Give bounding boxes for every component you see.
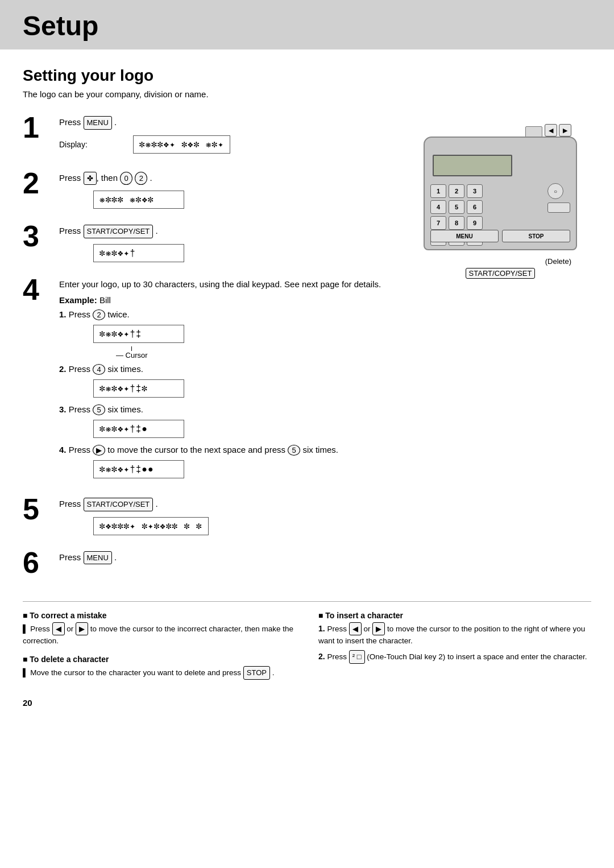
start-copy-set-key-5[interactable]: START/COPY/SET: [84, 498, 154, 511]
device-diagram: ◀ ▶ 1 2 3 4 5 6 7 8: [409, 124, 591, 279]
key-0[interactable]: 0: [120, 172, 132, 185]
step-1-text: Press MENU .: [59, 116, 392, 130]
stop-device-btn[interactable]: STOP: [502, 230, 570, 242]
step-6: 6 Press MENU .: [23, 548, 392, 577]
key-2-example[interactable]: 2: [93, 309, 105, 320]
display-box-3: ✼❋✼❖✦†: [93, 244, 184, 262]
step-2: 2 Press ✤, then 0 2 . ❋✼✼✼ ❋✼❖✼: [23, 168, 392, 212]
sub-step-num-4: 4.: [59, 445, 67, 454]
hash-key[interactable]: ✤: [84, 172, 97, 185]
key-5-example[interactable]: 5: [93, 404, 105, 415]
kp-5[interactable]: 5: [449, 200, 464, 214]
left-arrow-key-c[interactable]: ◀: [52, 622, 65, 636]
step-3-text: Press START/COPY/SET .: [59, 225, 392, 238]
sub-step-num-1: 1.: [59, 309, 67, 319]
page-number: 20: [23, 698, 591, 708]
kp-7[interactable]: 7: [430, 216, 446, 230]
help-delete-prefix: ■: [23, 655, 30, 664]
kp-8[interactable]: 8: [449, 216, 464, 230]
menu-key-6[interactable]: MENU: [84, 551, 112, 565]
kp-4[interactable]: 4: [430, 200, 446, 214]
step-6-text: Press MENU .: [59, 551, 392, 565]
start-copy-set-key-3[interactable]: START/COPY/SET: [84, 225, 154, 238]
help-correct-text: ▌ Press ◀ or ▶ to move the cursor to the…: [23, 622, 296, 647]
step-5-text: Press START/COPY/SET .: [59, 498, 392, 511]
one-touch-key[interactable]: ² □: [349, 650, 365, 664]
kp-2[interactable]: 2: [449, 184, 464, 198]
kp-9[interactable]: 9: [467, 216, 483, 230]
steps-column: 1 Press MENU . Display: ✼❋✼✼❖✦ ✼❖✼ ❋✼✦ 2: [23, 113, 392, 588]
display-box-4d: ✼❋✼❖✦†‡●●: [93, 460, 184, 478]
step-6-content: Press MENU .: [59, 548, 392, 568]
sub-step-num-2: 2.: [59, 364, 67, 374]
step-5: 5 Press START/COPY/SET . ✼❖✼✼✼✦ ✼✦✼❖✼✼ ✼…: [23, 494, 392, 538]
display-box-1: ✼❋✼✼❖✦ ✼❖✼ ❋✼✦: [133, 135, 230, 154]
sub-step-4-3: 3. Press 5 six times.: [59, 404, 392, 415]
help-insert-title: ■ To insert a character: [318, 611, 591, 620]
key-5-example-2[interactable]: 5: [288, 445, 300, 456]
device-delete-label: (Delete): [424, 257, 577, 266]
step-4-content: Enter your logo, up to 30 characters, us…: [59, 275, 392, 485]
display-box-4a: ✼❋✼❖✦†‡: [93, 325, 184, 343]
right-arrow-key-i[interactable]: ▶: [372, 622, 385, 636]
help-col-right: ■ To insert a character 1. Press ◀ or ▶ …: [318, 611, 591, 688]
stop-key-help[interactable]: STOP: [243, 666, 270, 680]
menu-device-btn[interactable]: MENU: [430, 230, 499, 242]
key-right-example[interactable]: ▶: [93, 445, 105, 456]
help-delete-text: ▌ Move the cursor to the character you w…: [23, 666, 296, 680]
display-box-5: ✼❖✼✼✼✦ ✼✦✼❖✼✼ ✼ ✼: [93, 517, 209, 535]
step-1-display-row: Display: ✼❋✼✼❖✦ ✼❖✼ ❋✼✦: [59, 133, 392, 156]
section-title: Setting your logo: [23, 67, 591, 85]
step-3-number: 3: [23, 221, 50, 251]
device-display: [433, 155, 512, 176]
main-content: Setting your logo The logo can be your c…: [0, 49, 614, 725]
device-column: ◀ ▶ 1 2 3 4 5 6 7 8: [409, 113, 591, 588]
nav-left-btn[interactable]: ◀: [545, 124, 557, 137]
sub-step-4-4: 4. Press ▶ to move the cursor to the nex…: [59, 445, 392, 456]
cursor-label: — Cursor: [116, 351, 148, 359]
kp-3[interactable]: 3: [467, 184, 483, 198]
help-correct-title: ■ To correct a mistake: [23, 611, 296, 620]
help-delete-title: ■ To delete a character: [23, 655, 296, 664]
step-6-number: 6: [23, 548, 50, 577]
display-label-1: Display:: [59, 140, 93, 149]
help-delete-label: To delete a character: [30, 655, 109, 664]
menu-key-1[interactable]: MENU: [84, 116, 112, 130]
example-value: Bill: [99, 295, 111, 305]
key-4-example[interactable]: 4: [93, 364, 105, 375]
step-3-content: Press START/COPY/SET . ✼❋✼❖✦†: [59, 221, 392, 264]
step-5-content: Press START/COPY/SET . ✼❖✼✼✼✦ ✼✦✼❖✼✼ ✼ ✼: [59, 494, 392, 538]
kp-1[interactable]: 1: [430, 184, 446, 198]
display-box-4c: ✼❋✼❖✦†‡●: [93, 420, 184, 438]
device-bottom: MENU STOP: [430, 230, 570, 242]
start-copy-set-device: START/COPY/SET: [466, 268, 536, 279]
step-1: 1 Press MENU . Display: ✼❋✼✼❖✦ ✼❖✼ ❋✼✦: [23, 113, 392, 158]
step-5-number: 5: [23, 494, 50, 524]
help-col-left: ■ To correct a mistake ▌ Press ◀ or ▶ to…: [23, 611, 296, 688]
sub-step-4-1: 1. Press 2 twice.: [59, 309, 392, 320]
or-label: or: [363, 625, 370, 633]
right-arrow-key-c[interactable]: ▶: [76, 622, 88, 636]
key-2[interactable]: 2: [135, 172, 147, 185]
device-circle-btn[interactable]: ○: [547, 183, 563, 199]
device-side-btn[interactable]: [547, 202, 570, 213]
step-2-number: 2: [23, 168, 50, 198]
nav-right-btn[interactable]: ▶: [559, 124, 571, 137]
step-4-number: 4: [23, 275, 50, 304]
kp-6[interactable]: 6: [467, 200, 483, 214]
example-section: Example: Bill 1. Press 2 twice. ✼❋✼❖✦†‡: [59, 295, 392, 481]
help-section: ■ To correct a mistake ▌ Press ◀ or ▶ to…: [23, 611, 591, 688]
help-insert-prefix: ■: [318, 611, 325, 620]
help-delete: ■ To delete a character ▌ Move the curso…: [23, 655, 296, 680]
left-arrow-key-i[interactable]: ◀: [349, 622, 362, 636]
help-correct-prefix: ■: [23, 611, 30, 620]
step-3: 3 Press START/COPY/SET . ✼❋✼❖✦†: [23, 221, 392, 264]
help-correct-label: To correct a mistake: [30, 611, 106, 620]
step-1-content: Press MENU . Display: ✼❋✼✼❖✦ ✼❖✼ ❋✼✦: [59, 113, 392, 158]
step-1-number: 1: [23, 113, 50, 142]
help-insert-label: To insert a character: [325, 611, 403, 620]
step-4-text: Enter your logo, up to 30 characters, us…: [59, 278, 392, 291]
sub-step-4-2: 2. Press 4 six times.: [59, 364, 392, 375]
main-columns: 1 Press MENU . Display: ✼❋✼✼❖✦ ✼❖✼ ❋✼✦ 2: [23, 113, 591, 588]
step-2-text: Press ✤, then 0 2 .: [59, 172, 392, 185]
